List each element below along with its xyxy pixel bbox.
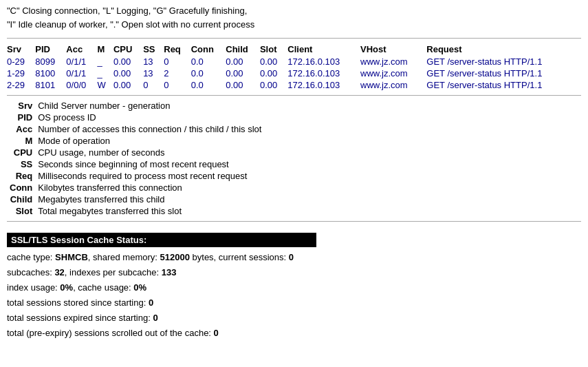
ssl-line: subcaches: 32, indexes per subcache: 133: [7, 265, 581, 280]
legend-key: Acc: [7, 123, 35, 135]
table-cell: GET /server-status HTTP/1.1: [426, 79, 581, 91]
legend-value: Milliseconds required to process most re…: [35, 170, 264, 182]
col-header-m: M: [97, 43, 113, 56]
col-header-ss: SS: [143, 43, 164, 56]
legend-key: Slot: [7, 205, 35, 217]
ssl-line: index usage: 0%, cache usage: 0%: [7, 280, 581, 295]
legend-row: ConnKilobytes transferred this connectio…: [7, 182, 264, 193]
col-header-client: Client: [287, 43, 360, 56]
legend-table: SrvChild Server number - generationPIDOS…: [7, 100, 264, 217]
table-cell: GET /server-status HTTP/1.1: [426, 56, 581, 67]
table-cell: W: [97, 79, 113, 91]
legend-row: SSSeconds since beginning of most recent…: [7, 158, 264, 170]
table-cell: 0/0/0: [66, 79, 97, 91]
legend-value: Kilobytes transferred this connection: [35, 182, 264, 193]
legend-row: ChildMegabytes transferred this child: [7, 193, 264, 205]
legend-value: CPU usage, number of seconds: [35, 147, 264, 158]
table-row: 2-2981010/0/0W0.00000.00.000.00172.16.0.…: [7, 79, 581, 91]
table-cell: 1-29: [7, 67, 35, 79]
col-header-pid: PID: [35, 43, 66, 56]
top-note-line1: "C" Closing connection, "L" Logging, "G"…: [7, 4, 581, 18]
legend-row: AccNumber of accesses this connection / …: [7, 123, 264, 135]
col-header-req: Req: [164, 43, 190, 56]
table-cell: 0.00: [113, 67, 143, 79]
ssl-line: total sessions expired since starting: 0: [7, 311, 581, 326]
table-cell: GET /server-status HTTP/1.1: [426, 67, 581, 79]
server-status-table: Srv PID Acc M CPU SS Req Conn Child Slot…: [7, 43, 581, 91]
table-cell: 13: [143, 67, 164, 79]
table-cell: 0.0: [191, 79, 226, 91]
legend-key: Conn: [7, 182, 35, 193]
table-cell: 0: [164, 56, 190, 67]
table-cell: 2: [164, 67, 190, 79]
legend-key: CPU: [7, 147, 35, 158]
legend-value: Child Server number - generation: [35, 100, 264, 112]
legend-value: Total megabytes transferred this slot: [35, 205, 264, 217]
table-cell: 2-29: [7, 79, 35, 91]
table-cell: 8099: [35, 56, 66, 67]
top-note-line2: "I" Idle cleanup of worker, "." Open slo…: [7, 18, 581, 32]
legend-row: ReqMilliseconds required to process most…: [7, 170, 264, 182]
col-header-slot: Slot: [260, 43, 287, 56]
legend-value: Number of accesses this connection / thi…: [35, 123, 264, 135]
table-cell: 0.00: [260, 79, 287, 91]
divider-1: [7, 38, 581, 39]
table-cell: www.jz.com: [360, 79, 426, 91]
table-cell: 0/1/1: [66, 67, 97, 79]
table-cell: www.jz.com: [360, 67, 426, 79]
table-cell: www.jz.com: [360, 56, 426, 67]
legend-row: SrvChild Server number - generation: [7, 100, 264, 112]
table-cell: 13: [143, 56, 164, 67]
table-cell: 172.16.0.103: [287, 79, 360, 91]
ssl-line: total sessions stored since starting: 0: [7, 295, 581, 311]
ssl-header: SSL/TLS Session Cache Status:: [7, 233, 316, 247]
table-cell: 0.0: [191, 56, 226, 67]
legend-value: Mode of operation: [35, 135, 264, 147]
table-cell: 0.00: [226, 79, 260, 91]
legend-row: SlotTotal megabytes transferred this slo…: [7, 205, 264, 217]
col-header-acc: Acc: [66, 43, 97, 56]
table-cell: 0: [143, 79, 164, 91]
table-cell: 8100: [35, 67, 66, 79]
legend-key: Child: [7, 193, 35, 205]
legend-key: M: [7, 135, 35, 147]
table-cell: 0.00: [226, 67, 260, 79]
legend-key: Srv: [7, 100, 35, 112]
legend-value: Seconds since beginning of most recent r…: [35, 158, 264, 170]
ssl-body: cache type: SHMCB, shared memory: 512000…: [7, 247, 581, 342]
table-cell: 0.00: [226, 56, 260, 67]
table-row: 1-2981000/1/1_0.001320.00.000.00172.16.0…: [7, 67, 581, 79]
divider-3: [7, 221, 581, 222]
table-cell: 0.00: [113, 79, 143, 91]
table-cell: 0/1/1: [66, 56, 97, 67]
table-cell: 0-29: [7, 56, 35, 67]
col-header-srv: Srv: [7, 43, 35, 56]
legend-row: CPUCPU usage, number of seconds: [7, 147, 264, 158]
legend-key: SS: [7, 158, 35, 170]
table-cell: 8101: [35, 79, 66, 91]
table-cell: 0.00: [260, 56, 287, 67]
legend-value: OS process ID: [35, 112, 264, 123]
table-cell: 0.00: [260, 67, 287, 79]
legend-row: PIDOS process ID: [7, 112, 264, 123]
legend-key: Req: [7, 170, 35, 182]
legend-row: MMode of operation: [7, 135, 264, 147]
table-row: 0-2980990/1/1_0.001300.00.000.00172.16.0…: [7, 56, 581, 67]
table-cell: 0.0: [191, 67, 226, 79]
col-header-cpu: CPU: [113, 43, 143, 56]
page-container: "C" Closing connection, "L" Logging, "G"…: [0, 0, 588, 348]
col-header-vhost: VHost: [360, 43, 426, 56]
divider-2: [7, 95, 581, 96]
table-cell: 0.00: [113, 56, 143, 67]
table-cell: _: [97, 56, 113, 67]
legend-key: PID: [7, 112, 35, 123]
top-note: "C" Closing connection, "L" Logging, "G"…: [7, 0, 581, 34]
legend-value: Megabytes transferred this child: [35, 193, 264, 205]
table-cell: 172.16.0.103: [287, 56, 360, 67]
table-cell: 172.16.0.103: [287, 67, 360, 79]
col-header-conn: Conn: [191, 43, 226, 56]
table-cell: _: [97, 67, 113, 79]
col-header-child: Child: [226, 43, 260, 56]
ssl-line: total (pre-expiry) sessions scrolled out…: [7, 326, 581, 341]
col-header-request: Request: [426, 43, 581, 56]
